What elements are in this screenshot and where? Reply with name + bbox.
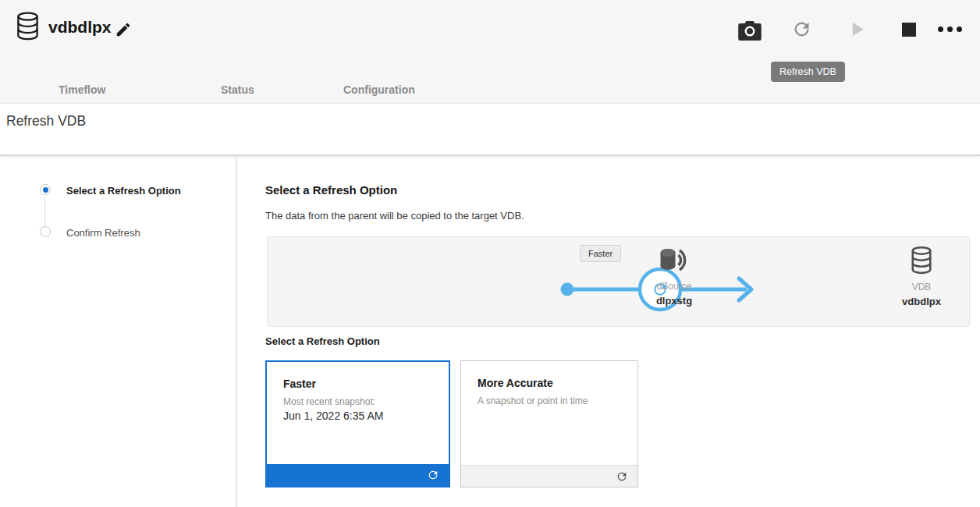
vdb-name: vdbdlpx [873, 296, 970, 307]
step-confirm-refresh[interactable]: Confirm Refresh [40, 226, 140, 239]
edit-pencil-icon[interactable] [115, 21, 132, 38]
refresh-icon [616, 470, 628, 483]
stop-icon[interactable] [902, 23, 916, 37]
dsource-name: dlpxstg [626, 295, 723, 307]
step-connector-line [44, 197, 45, 225]
refresh-option-heading: Select a Refresh Option [265, 183, 397, 197]
vdb-node: VDB vdbdlpx [873, 246, 970, 307]
option-title: Faster [283, 378, 449, 390]
step-label: Confirm Refresh [66, 227, 140, 239]
faster-badge: Faster [580, 245, 621, 262]
vdb-type-label: VDB [873, 282, 970, 292]
step-select-refresh-option[interactable]: Select a Refresh Option [40, 184, 181, 197]
option-subtitle: Most recent snapshot: [283, 396, 449, 407]
vdb-title: vdbdlpx [48, 18, 112, 37]
refresh-option-description: The data from the parent will be copied … [265, 210, 524, 222]
step-active-dot-icon [40, 184, 51, 195]
options-section-label: Select a Refresh Option [265, 335, 380, 347]
tab-timeflow[interactable]: Timeflow [59, 83, 105, 96]
refresh-vdb-icon[interactable] [791, 19, 812, 40]
vdb-database-icon [910, 246, 933, 275]
start-play-icon [848, 20, 866, 38]
snapshot-camera-icon[interactable] [738, 21, 762, 41]
header-bar: vdbdlpx Refresh VDB Timeflow Status Conf… [0, 0, 980, 104]
more-actions-icon[interactable] [938, 27, 962, 32]
vertical-divider [236, 156, 237, 507]
dsource-type-label: dSource [626, 281, 723, 292]
option-card-faster[interactable]: Faster Most recent snapshot: Jun 1, 2022… [265, 360, 450, 488]
refresh-icon [427, 469, 439, 481]
option-snapshot-timestamp: Jun 1, 2022 6:35 AM [283, 410, 449, 422]
refresh-flow-diagram: Faster dSource dlpxstg VDB vdbdlpx [267, 236, 970, 327]
step-label: Select a Refresh Option [66, 185, 181, 197]
dsource-node: dSource dlpxstg [626, 247, 723, 307]
option-footer [461, 465, 637, 487]
step-idle-dot-icon [40, 226, 51, 237]
tab-status[interactable]: Status [221, 83, 254, 96]
option-footer-selected [267, 464, 449, 486]
dsource-icon [657, 247, 691, 274]
horizontal-divider [0, 154, 980, 156]
option-subtitle: A snapshot or point in time [478, 395, 637, 406]
tab-configuration[interactable]: Configuration [343, 83, 415, 96]
option-title: More Accurate [478, 377, 637, 389]
option-card-more-accurate[interactable]: More Accurate A snapshot or point in tim… [460, 360, 638, 488]
refresh-vdb-tooltip: Refresh VDB [771, 62, 845, 82]
database-icon [16, 12, 40, 41]
page-title: Refresh VDB [6, 113, 86, 129]
